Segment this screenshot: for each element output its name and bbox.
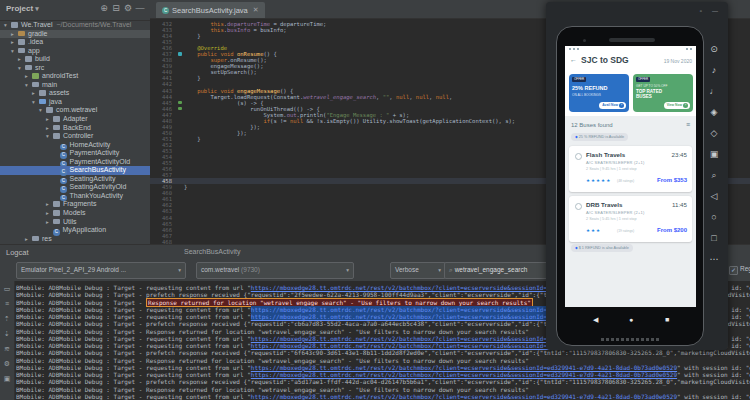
rotate-right-icon[interactable]: ◇	[702, 128, 726, 138]
tree-expand-arrow[interactable]: ▾	[39, 106, 46, 115]
tree-item-src[interactable]: ▾src	[0, 64, 150, 73]
tree-item-label: HomeActivity	[70, 141, 111, 148]
logcat-tab-title[interactable]: Logcat	[6, 248, 29, 257]
tree-item-build[interactable]: ▸build	[0, 55, 150, 64]
search-icon: ⌕	[449, 266, 453, 273]
tree-expand-arrow[interactable]: ▾	[32, 98, 39, 107]
nav-overview-icon[interactable]: ■	[665, 316, 669, 323]
tree-item-homeactivity[interactable]: CHomeActivity	[0, 141, 150, 150]
home-icon[interactable]: ○	[702, 212, 726, 222]
promo-cta-button[interactable]: Avail Now›	[599, 102, 626, 109]
more-icon[interactable]: ⋯	[702, 254, 726, 264]
route-title: SJC to SDG	[581, 55, 629, 65]
process-selector[interactable]: ▾ com.wetravel (9730)	[196, 262, 354, 279]
tree-item-res[interactable]: ▸res	[0, 235, 150, 244]
tree-item-searchbusactivity[interactable]: CSearchBusActivity	[0, 166, 150, 175]
bus-radio[interactable]	[575, 153, 582, 160]
tree-item-paymentactivity[interactable]: CPaymentActivity	[0, 149, 150, 158]
tree-item-we.travel[interactable]: ▾We.Travel~/Documents/We.Travel	[0, 21, 150, 30]
scroll-down-icon[interactable]: ⇣	[0, 330, 14, 338]
log-url-link[interactable]: https://mboxedge28.tt.omtrdc.net/rest/v2…	[251, 371, 677, 378]
promo-cta-button[interactable]: View Now›	[664, 102, 690, 109]
tree-expand-arrow[interactable]: ▸	[46, 115, 53, 124]
promo-card-refund[interactable]: OFFER25% REFUNDON ALL BOOKINGSAvail Now›	[569, 74, 629, 112]
hide-panel-icon[interactable]: —	[134, 3, 146, 13]
editor-tab[interactable]: C SearchBusActivity.java ✕	[156, 2, 265, 18]
tree-expand-arrow[interactable]: ▸	[11, 30, 18, 39]
tree-item-utils[interactable]: ▸Utils	[0, 218, 150, 227]
print-icon[interactable]: ≋	[0, 345, 14, 353]
zoom-icon[interactable]: ⌕	[702, 170, 726, 181]
wrap-icon[interactable]: ≡	[0, 300, 14, 307]
volume-up-icon[interactable]: ♪	[702, 65, 726, 75]
scroll-up-icon[interactable]: ⇡	[0, 315, 14, 323]
bus-card-2[interactable]: DRB Travels11:45A/C SEATER/SLEEPER (2+1)…	[569, 196, 692, 242]
tree-item-thankyouactivity[interactable]: CThankYouActivity	[0, 192, 150, 201]
log-level-selector[interactable]: ▾ Verbose	[390, 262, 446, 279]
tree-item-controller[interactable]: ▾Controller	[0, 132, 150, 141]
screenshot-icon[interactable]: ▣	[0, 375, 14, 383]
power-icon[interactable]: ⊙	[702, 44, 726, 54]
tree-expand-arrow[interactable]: ▸	[32, 89, 39, 98]
bus-radio[interactable]	[575, 203, 582, 210]
tree-expand-arrow[interactable]: ▸	[25, 72, 32, 81]
tree-item-.idea[interactable]: ▸.idea	[0, 38, 150, 47]
tree-item-fragments[interactable]: ▸Fragments	[0, 200, 150, 209]
regex-checkbox[interactable]: ✓Regex	[729, 265, 750, 275]
promo-card-top-rated[interactable]: OFFERGET UP TO 50% OFFTOP RATED BUSESVie…	[633, 74, 693, 112]
tree-item-paymentactivityold[interactable]: CPaymentActivityOld	[0, 158, 150, 167]
travel-date[interactable]: 19 Nov 2020	[664, 58, 692, 64]
bus-card-1[interactable]: Flash Travels23:45A/C SEATER/SLEEPER (2+…	[569, 146, 692, 192]
tree-expand-arrow[interactable]: ▸	[46, 218, 53, 227]
tree-expand-arrow[interactable]: ▸	[46, 200, 53, 209]
tree-item-java[interactable]: ▾java	[0, 98, 150, 107]
settings-icon[interactable]: ⚙	[122, 3, 134, 13]
regex-label: Regex	[740, 265, 750, 272]
tree-item-gradle[interactable]: ▸gradle	[0, 30, 150, 39]
tree-item-myapplication[interactable]: CMyApplication	[0, 226, 150, 235]
nav-home-icon[interactable]: ●	[629, 316, 633, 323]
filter-icon[interactable]: ≡	[686, 121, 690, 128]
tree-expand-arrow[interactable]: ▸	[46, 209, 53, 218]
tree-expand-arrow[interactable]: ▸	[18, 55, 25, 64]
tree-item-androidtest[interactable]: ▸androidTest	[0, 72, 150, 81]
tree-item-models[interactable]: ▸Models	[0, 209, 150, 218]
breadcrumb[interactable]: SearchBusActivity	[184, 248, 240, 255]
rotate-left-icon[interactable]: ◈	[702, 107, 726, 117]
back-arrow-icon[interactable]: ←	[570, 56, 577, 63]
tree-item-backend[interactable]: ▸BackEnd	[0, 124, 150, 133]
tree-expand-arrow[interactable]: ▾	[46, 132, 53, 141]
log-url-link[interactable]: https://mboxedge28.tt.omtrdc.net/rest/v2…	[251, 364, 677, 371]
tree-expand-arrow[interactable]: ▾	[18, 64, 25, 73]
log-url-link[interactable]: https://mboxedge28.tt.omtrdc.net/rest/v2…	[251, 393, 677, 400]
volume-down-icon[interactable]: ♩	[702, 86, 726, 96]
rating-count: (48 ratings)	[617, 179, 634, 183]
tree-expand-arrow[interactable]: ▸	[46, 124, 53, 133]
back-icon[interactable]: ◁	[702, 191, 726, 201]
nav-back-icon[interactable]: ◀	[593, 316, 598, 324]
collapse-all-icon[interactable]: ⊟	[110, 3, 122, 13]
tree-item-seatingactivity[interactable]: CSeatingActivity	[0, 175, 150, 184]
tree-expand-arrow[interactable]: ▸	[25, 235, 32, 244]
tree-expand-arrow[interactable]: ▸	[11, 38, 18, 47]
clear-icon[interactable]: ▭	[0, 285, 14, 293]
tree-expand-arrow[interactable]: ▾	[25, 81, 32, 90]
tree-item-adapter[interactable]: ▸Adapter	[0, 115, 150, 124]
tree-item-com.wetravel[interactable]: ▾com.wetravel	[0, 106, 150, 115]
tree-item-main[interactable]: ▾main	[0, 81, 150, 90]
locate-icon[interactable]: ⊕	[98, 3, 110, 13]
tree-item-assets[interactable]: ▸assets	[0, 89, 150, 98]
device-selector[interactable]: ▾ Emulator Pixel_2_API_29 Android ...	[16, 262, 186, 279]
tree-item-label: PaymentActivityOld	[70, 158, 131, 165]
screenshot-icon[interactable]: ▣	[702, 149, 726, 159]
departure-time: 23:45	[672, 151, 687, 158]
project-view-selector[interactable]: Project ▾	[6, 4, 39, 13]
tree-expand-arrow[interactable]: ▾	[11, 47, 18, 56]
tree-expand-arrow[interactable]: ▾	[4, 21, 11, 30]
overview-icon[interactable]: □	[702, 233, 726, 243]
settings-icon[interactable]: ⚙	[0, 360, 14, 368]
tree-item-seatingactivityold[interactable]: CSeatingActivityOld	[0, 183, 150, 192]
close-icon[interactable]: ✕	[253, 6, 259, 14]
phone-screen: ← SJC to SDG 19 Nov 2020 OFFER25% REFUND…	[565, 46, 696, 307]
tree-item-app[interactable]: ▾app	[0, 47, 150, 56]
